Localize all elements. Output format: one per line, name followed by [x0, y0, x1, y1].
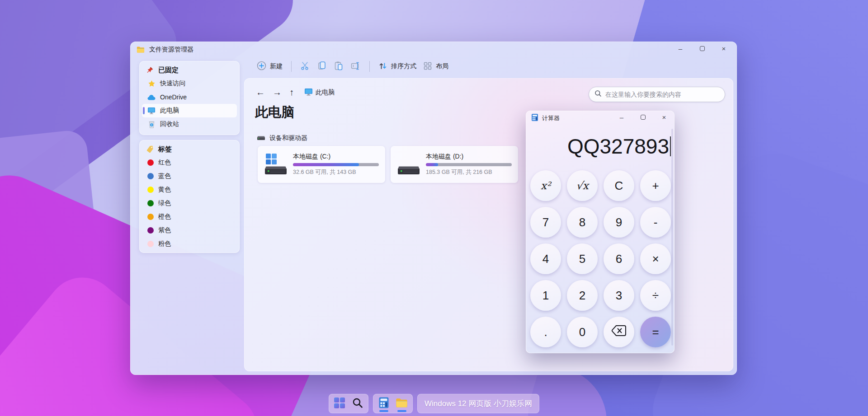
sidebar-tag-orange[interactable]: 橙色 — [142, 210, 237, 224]
calculator-scrollbar[interactable] — [671, 129, 673, 346]
sidebar-tag-pink[interactable]: 粉色 — [142, 237, 237, 251]
tag-color-dot — [147, 159, 154, 166]
backspace-icon — [611, 325, 627, 340]
toolbar-divider — [291, 61, 292, 72]
calc-button-1[interactable]: 1 — [530, 280, 561, 311]
calc-button-equals[interactable]: = — [640, 317, 671, 347]
calc-button-decimal[interactable]: . — [530, 317, 561, 347]
pushpin-icon — [146, 66, 154, 74]
taskbar: Windows 12 网页版 小刀娱乐网 — [0, 394, 868, 413]
desktop-background: 文件资源管理器 – × 已固定 — [0, 0, 868, 416]
monitor-icon — [304, 88, 313, 97]
sidebar-tag-purple[interactable]: 紫色 — [142, 224, 237, 237]
calc-button-8[interactable]: 8 — [567, 207, 598, 238]
windows-logo-icon — [334, 397, 345, 411]
tag-color-dot — [147, 241, 154, 247]
sidebar-item-quick-access[interactable]: 快速访问 — [142, 77, 237, 90]
calc-button-backspace[interactable] — [604, 317, 634, 347]
calc-button-6[interactable]: 6 — [604, 243, 634, 274]
calc-button-3[interactable]: 3 — [604, 280, 634, 311]
sidebar-item-recycle-bin[interactable]: 回收站 — [142, 117, 237, 131]
drive-card-d[interactable]: 本地磁盘 (D:) 185.3 GB 可用, 共 216 GB — [391, 146, 518, 183]
taskbar-branding-pill[interactable]: Windows 12 网页版 小刀娱乐网 — [417, 394, 539, 413]
cloud-icon — [147, 93, 156, 101]
search-icon — [594, 90, 602, 99]
search-box[interactable] — [589, 87, 725, 102]
text-caret — [670, 136, 671, 156]
calculator-keypad: x² √x C + 7 8 9 - 4 5 6 × 1 2 3 ÷ . 0 — [530, 170, 671, 347]
calculator-window: 计算器 – × QQ327893 x² √x C + 7 8 9 - 4 5 6… — [526, 111, 675, 353]
calc-button-square[interactable]: x² — [530, 170, 561, 201]
breadcrumb[interactable]: 此电脑 — [304, 88, 335, 97]
cut-icon[interactable] — [300, 61, 310, 72]
calc-button-5[interactable]: 5 — [567, 243, 598, 274]
calculator-icon — [531, 113, 538, 123]
calculator-close-button[interactable]: × — [660, 113, 668, 121]
taskbar-branding-label: Windows 12 网页版 小刀娱乐网 — [422, 398, 535, 409]
new-button[interactable]: 新建 — [257, 61, 283, 72]
taskbar-explorer-app[interactable] — [396, 396, 408, 412]
drive-c-icon — [264, 153, 288, 176]
explorer-close-button[interactable]: × — [720, 44, 728, 52]
monitor-icon — [147, 107, 156, 115]
calculator-titlebar[interactable]: 计算器 – × — [526, 111, 675, 126]
calc-button-multiply[interactable]: × — [640, 243, 671, 274]
tag-color-dot — [147, 227, 154, 234]
sidebar-tag-green[interactable]: 绿色 — [142, 196, 237, 210]
taskbar-search-button[interactable] — [351, 396, 364, 412]
calc-button-clear[interactable]: C — [604, 170, 634, 201]
taskbar-apps-group — [373, 394, 413, 413]
up-arrow-icon[interactable]: ↑ — [289, 87, 294, 98]
search-icon — [352, 397, 363, 410]
devices-section-header[interactable]: 设备和驱动器 — [257, 134, 307, 142]
start-button[interactable] — [333, 396, 346, 412]
tag-color-dot — [147, 173, 154, 179]
sort-button[interactable]: 排序方式 — [378, 61, 416, 72]
sidebar-tag-red[interactable]: 红色 — [142, 156, 237, 169]
calculator-window-title: 计算器 — [542, 114, 560, 122]
back-arrow-icon[interactable]: ← — [256, 87, 265, 98]
drive-card-c[interactable]: 本地磁盘 (C:) 32.6 GB 可用, 共 143 GB — [258, 146, 385, 183]
taskbar-calculator-app[interactable] — [377, 396, 390, 412]
folder-icon — [137, 46, 145, 54]
calc-button-4[interactable]: 4 — [530, 243, 561, 274]
sidebar-tags-panel: 标签 红色 蓝色 黄色 绿色 橙色 — [139, 140, 240, 253]
calc-button-sqrt[interactable]: √x — [567, 170, 598, 201]
page-title: 此电脑 — [255, 103, 294, 122]
explorer-minimize-button[interactable]: – — [676, 44, 684, 52]
drive-name: 本地磁盘 (D:) — [426, 153, 512, 161]
search-input[interactable] — [605, 91, 719, 98]
sidebar-tag-blue[interactable]: 蓝色 — [142, 169, 237, 183]
sort-arrows-icon — [378, 61, 387, 72]
sidebar-tags-header: 标签 — [142, 142, 237, 156]
sidebar-item-this-pc[interactable]: 此电脑 — [142, 104, 237, 117]
star-icon — [147, 79, 156, 88]
explorer-toolbar: 新建 — [257, 60, 448, 73]
layout-button[interactable]: 布局 — [423, 61, 448, 72]
sidebar-tag-yellow[interactable]: 黄色 — [142, 183, 237, 196]
explorer-window-title: 文件资源管理器 — [149, 46, 193, 54]
toolbar-divider — [369, 61, 370, 72]
paste-icon[interactable] — [334, 61, 343, 72]
calculator-maximize-button[interactable] — [639, 113, 647, 121]
calc-button-0[interactable]: 0 — [567, 317, 598, 347]
forward-arrow-icon[interactable]: → — [273, 87, 282, 98]
calc-button-subtract[interactable]: - — [640, 207, 671, 238]
taskbar-start-group — [329, 394, 368, 413]
selected-indicator — [143, 107, 145, 114]
sidebar-item-onedrive[interactable]: OneDrive — [142, 90, 237, 104]
calculator-minimize-button[interactable]: – — [618, 113, 626, 121]
calc-button-divide[interactable]: ÷ — [640, 280, 671, 311]
calc-button-2[interactable]: 2 — [567, 280, 598, 311]
layout-grid-icon — [423, 61, 432, 72]
calc-button-9[interactable]: 9 — [604, 207, 634, 238]
calc-button-7[interactable]: 7 — [530, 207, 561, 238]
breadcrumb-label: 此电脑 — [316, 89, 335, 97]
copy-icon[interactable] — [317, 61, 326, 72]
explorer-titlebar[interactable]: 文件资源管理器 – × — [130, 42, 737, 58]
calc-button-add[interactable]: + — [640, 170, 671, 201]
calculator-display[interactable]: QQ327893 — [530, 131, 671, 161]
recycle-bin-icon — [147, 120, 156, 128]
explorer-maximize-button[interactable] — [698, 44, 706, 52]
rename-icon[interactable] — [351, 61, 361, 72]
